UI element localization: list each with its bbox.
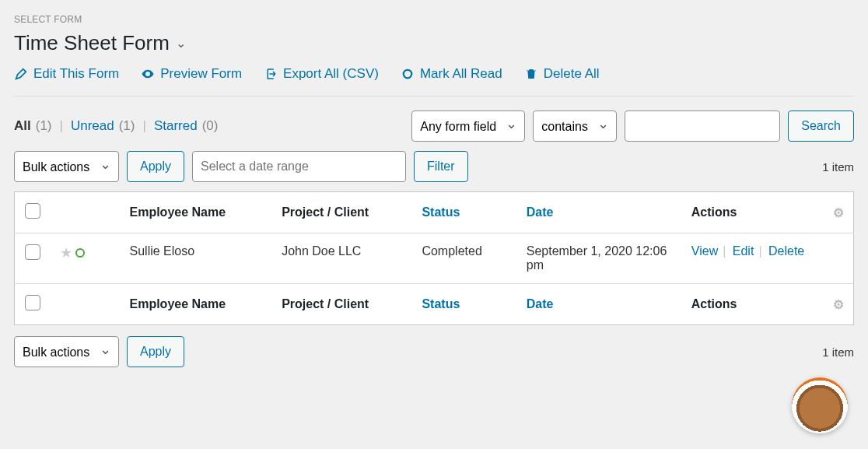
pencil-icon: [14, 67, 28, 81]
view-all-label[interactable]: All: [14, 118, 31, 134]
view-starred-count: (0): [202, 118, 219, 134]
preview-form-label: Preview Form: [160, 66, 242, 82]
gear-icon[interactable]: ⚙: [833, 206, 844, 219]
col-project-foot: Project / Client: [272, 284, 412, 325]
export-icon: [264, 67, 278, 81]
cell-project: John Doe LLC: [272, 233, 412, 284]
search-field-select[interactable]: Any form field: [411, 110, 525, 142]
eye-icon: [141, 67, 155, 81]
row-edit-link[interactable]: Edit: [733, 244, 754, 258]
select-form-label: SELECT FORM: [14, 14, 854, 25]
col-employee: Employee Name: [121, 192, 273, 233]
view-unread-count: (1): [119, 118, 135, 134]
gear-icon[interactable]: ⚙: [833, 298, 844, 311]
col-status-foot[interactable]: Status: [412, 284, 516, 325]
row-view-link[interactable]: View: [691, 244, 718, 258]
row-delete-link[interactable]: Delete: [768, 244, 804, 258]
bulk-apply-button-top[interactable]: Apply: [127, 151, 184, 182]
col-date[interactable]: Date: [517, 192, 682, 233]
form-selector[interactable]: Time Sheet Form ⌄: [14, 31, 186, 55]
preview-form-link[interactable]: Preview Form: [141, 66, 242, 82]
mark-all-read-link[interactable]: Mark All Read: [401, 66, 502, 82]
filter-button[interactable]: Filter: [414, 151, 468, 182]
col-status[interactable]: Status: [412, 192, 516, 233]
mark-all-read-label: Mark All Read: [420, 66, 502, 82]
entries-table: Employee Name Project / Client Status Da…: [14, 191, 854, 325]
date-range-input[interactable]: [192, 151, 406, 182]
select-all-checkbox-bottom[interactable]: [25, 295, 40, 310]
view-filters: All (1) | Unread (1) | Starred (0): [14, 118, 218, 134]
delete-all-label: Delete All: [544, 66, 600, 82]
col-project: Project / Client: [272, 192, 412, 233]
view-all-count: (1): [36, 118, 52, 134]
edit-form-label: Edit This Form: [33, 66, 119, 82]
export-csv-label: Export All (CSV): [283, 66, 379, 82]
col-actions-foot: Actions: [682, 284, 824, 325]
cell-employee: Sullie Eloso: [121, 233, 273, 284]
trash-icon: [524, 67, 538, 81]
unread-indicator-icon[interactable]: [75, 248, 85, 258]
cell-status: Completed: [412, 233, 516, 284]
circle-icon: [401, 67, 415, 81]
chevron-down-icon: ⌄: [176, 36, 186, 51]
search-operator-select[interactable]: contains: [533, 110, 617, 142]
cell-date: September 1, 2020 12:06 pm: [517, 233, 682, 284]
star-icon[interactable]: ★: [60, 245, 72, 261]
col-employee-foot: Employee Name: [121, 284, 273, 325]
svg-point-0: [404, 70, 412, 79]
row-checkbox[interactable]: [25, 244, 40, 260]
items-count-bottom: 1 item: [822, 346, 854, 359]
table-row: ★ Sullie Eloso John Doe LLC Completed Se…: [15, 233, 854, 284]
view-unread-label[interactable]: Unread: [71, 118, 114, 134]
export-csv-link[interactable]: Export All (CSV): [264, 66, 379, 82]
bulk-apply-button-bottom[interactable]: Apply: [127, 336, 184, 367]
help-bubble-button[interactable]: [792, 377, 848, 381]
col-date-foot[interactable]: Date: [517, 284, 682, 325]
form-title: Time Sheet Form: [14, 31, 170, 55]
select-all-checkbox-top[interactable]: [25, 203, 40, 219]
col-actions: Actions: [682, 192, 824, 233]
bulk-actions-select-bottom[interactable]: Bulk actions: [14, 336, 119, 367]
search-button[interactable]: Search: [788, 110, 854, 142]
items-count-top: 1 item: [822, 160, 854, 174]
bulk-actions-select-top[interactable]: Bulk actions: [14, 151, 119, 182]
search-value-input[interactable]: [625, 110, 780, 142]
delete-all-link[interactable]: Delete All: [524, 66, 600, 82]
view-starred-label[interactable]: Starred: [154, 118, 198, 134]
edit-form-link[interactable]: Edit This Form: [14, 66, 119, 82]
